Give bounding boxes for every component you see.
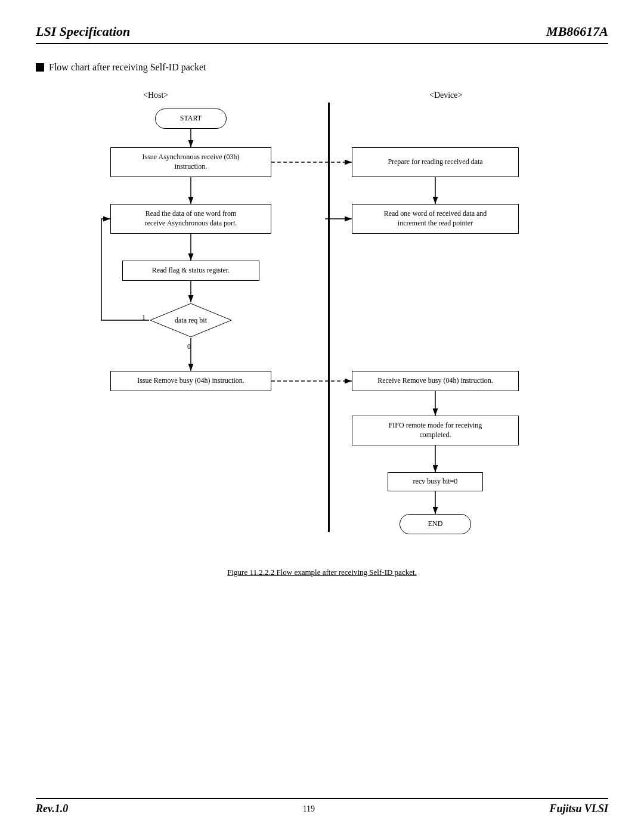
data-req-label: data req bit	[175, 316, 207, 325]
page-footer: Rev.1.0 119 Fujitsu VLSI	[36, 798, 608, 815]
header-title-right: MB86617A	[546, 24, 608, 39]
header-title-left: LSI Specification	[36, 24, 130, 39]
label-1: 1	[142, 313, 145, 322]
read-one-word-label: Read one word of received data andincrem…	[384, 209, 487, 228]
section-title-text: Flow chart after receiving Self-ID packe…	[49, 62, 206, 73]
recv-busy-shape: recv busy bit=0	[388, 472, 483, 491]
read-flag-label: Read flag & status register.	[152, 266, 230, 275]
label-0: 0	[187, 342, 191, 351]
footer-page: 119	[303, 804, 315, 814]
issue-async-shape: Issue Asynchronous receive (03h)instruct…	[110, 147, 271, 177]
issue-remove-label: Issue Remove busy (04h) instruction.	[137, 376, 244, 386]
start-label: START	[180, 114, 202, 123]
recv-busy-label: recv busy bit=0	[413, 477, 458, 487]
issue-remove-shape: Issue Remove busy (04h) instruction.	[110, 371, 271, 391]
prepare-reading-label: Prepare for reading received data	[388, 157, 482, 167]
end-shape: END	[400, 514, 471, 534]
device-label: <Device>	[429, 91, 462, 100]
figure-caption: Figure 11.2.2.2 Flow example after recei…	[36, 568, 608, 577]
read-data-shape: Read the data of one word fromreceive As…	[110, 204, 271, 234]
prepare-reading-shape: Prepare for reading received data	[352, 147, 519, 177]
issue-async-label: Issue Asynchronous receive (03h)instruct…	[143, 153, 240, 171]
footer-company: Fujitsu VLSI	[549, 803, 608, 815]
read-one-word-shape: Read one word of received data andincrem…	[352, 204, 519, 234]
footer-rev: Rev.1.0	[36, 803, 68, 815]
section-title: Flow chart after receiving Self-ID packe…	[36, 62, 608, 73]
flowchart: <Host> <Device> START Issue Asynchronous…	[54, 91, 590, 556]
receive-remove-shape: Receive Remove busy (04h) instruction.	[352, 371, 519, 391]
bullet-icon	[36, 63, 44, 72]
read-data-label: Read the data of one word fromreceive As…	[145, 209, 237, 228]
fifo-remote-label: FIFO remote mode for receivingcompleted.	[389, 421, 482, 439]
read-flag-shape: Read flag & status register.	[122, 261, 259, 281]
column-divider	[328, 103, 330, 532]
start-shape: START	[155, 109, 227, 129]
host-label: <Host>	[143, 91, 168, 100]
page-header: LSI Specification MB86617A	[36, 24, 608, 44]
fifo-remote-shape: FIFO remote mode for receivingcompleted.	[352, 416, 519, 445]
page: LSI Specification MB86617A Flow chart af…	[0, 0, 644, 833]
data-req-diamond: data req bit	[149, 302, 233, 338]
receive-remove-label: Receive Remove busy (04h) instruction.	[377, 376, 493, 386]
end-label: END	[428, 519, 443, 529]
